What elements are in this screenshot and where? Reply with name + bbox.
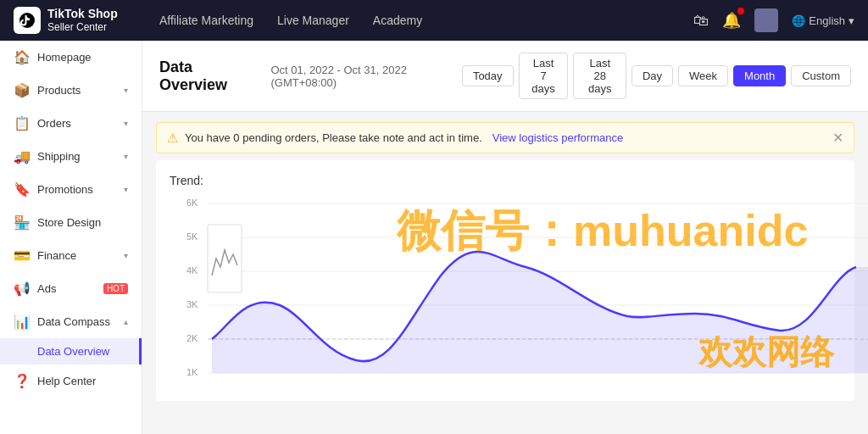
sidebar-subitem-data-overview[interactable]: Data Overview	[0, 338, 142, 364]
filter-today[interactable]: Today	[462, 65, 514, 86]
content-inner: Data Overview Oct 01, 2022 - Oct 31, 202…	[142, 41, 868, 401]
close-icon[interactable]: ✕	[832, 130, 843, 146]
chart-svg-wrap: 6K 5K 4K 3K 2K 1K	[170, 191, 841, 394]
sidebar-item-label: Homepage	[37, 51, 128, 64]
sidebar-item-label: Shipping	[37, 150, 117, 163]
sidebar-item-label: Help Center	[37, 375, 128, 387]
svg-text:2K: 2K	[186, 333, 198, 343]
sidebar-item-promotions[interactable]: 🔖 Promotions ▾	[0, 173, 142, 206]
tiktok-logo-icon	[14, 7, 41, 34]
page-title: Data Overview	[159, 58, 250, 94]
logo: TikTok Shop Seller Center	[14, 7, 132, 34]
sidebar-item-finance[interactable]: 💳 Finance ▾	[0, 239, 142, 272]
warning-icon: ⚠	[167, 131, 178, 146]
sidebar-item-help-center[interactable]: ❓ Help Center	[0, 364, 142, 398]
filter-last28[interactable]: Last 28 days	[573, 53, 626, 99]
sidebar-item-shipping[interactable]: 🚚 Shipping ▾	[0, 140, 142, 173]
store-design-icon: 🏪	[14, 214, 31, 231]
filter-day[interactable]: Day	[632, 65, 673, 86]
svg-text:6K: 6K	[186, 198, 198, 208]
nav-links: Affiliate Marketing Live Manager Academy	[159, 14, 666, 27]
filter-week[interactable]: Week	[678, 65, 728, 86]
svg-text:3K: 3K	[186, 299, 198, 309]
notification-icon[interactable]: 🔔	[722, 11, 741, 30]
avatar[interactable]	[754, 8, 778, 32]
date-range: Oct 01, 2022 - Oct 31, 2022 (GMT+08:00)	[270, 64, 448, 89]
shipping-icon: 🚚	[14, 148, 31, 164]
nav-academy[interactable]: Academy	[373, 14, 422, 27]
filter-last7[interactable]: Last 7 days	[519, 53, 569, 99]
alert-text: You have 0 pending orders, Please take n…	[185, 131, 482, 144]
chevron-down-icon: ▾	[124, 251, 128, 260]
alert-link[interactable]: View logistics performance	[492, 131, 623, 144]
svg-text:5K: 5K	[186, 231, 198, 242]
nav-live-manager[interactable]: Live Manager	[277, 14, 349, 27]
sidebar-item-store-design[interactable]: 🏪 Store Design	[0, 206, 142, 239]
data-overview-header: Data Overview Oct 01, 2022 - Oct 31, 202…	[142, 41, 868, 112]
chevron-down-icon: ▾	[124, 152, 128, 161]
chevron-up-icon: ▴	[124, 317, 128, 326]
trend-label: Trend:	[170, 167, 841, 191]
filter-month[interactable]: Month	[733, 65, 786, 86]
promotions-icon: 🔖	[14, 181, 31, 198]
sidebar: 🏠 Homepage 📦 Products ▾ 📋 Orders ▾ 🚚 Shi…	[0, 41, 142, 434]
sidebar-item-ads[interactable]: 📢 Ads HOT	[0, 272, 142, 305]
ads-icon: 📢	[14, 281, 31, 297]
finance-icon: 💳	[14, 248, 31, 264]
products-icon: 📦	[14, 82, 31, 98]
shop-icon[interactable]: 🛍	[693, 12, 709, 30]
notification-badge	[737, 8, 744, 14]
chevron-down-icon: ▾	[124, 185, 128, 194]
data-compass-icon: 📊	[14, 314, 31, 330]
sidebar-item-homepage[interactable]: 🏠 Homepage	[0, 41, 142, 74]
home-icon: 🏠	[14, 49, 31, 65]
sidebar-item-label: Store Design	[37, 216, 128, 229]
chevron-down-icon: ▾	[124, 86, 128, 95]
help-icon: ❓	[14, 373, 31, 389]
sidebar-item-products[interactable]: 📦 Products ▾	[0, 74, 142, 107]
filter-custom[interactable]: Custom	[791, 65, 851, 86]
top-navigation: TikTok Shop Seller Center Affiliate Mark…	[0, 0, 868, 41]
nav-right: 🛍 🔔 🌐 English ▾	[693, 8, 854, 32]
sidebar-item-label: Data Compass	[37, 315, 117, 328]
chevron-down-icon: ▾	[124, 119, 128, 128]
sidebar-item-data-compass[interactable]: 📊 Data Compass ▴	[0, 305, 142, 338]
alert-bar: ⚠ You have 0 pending orders, Please take…	[156, 122, 854, 153]
logo-text: TikTok Shop Seller Center	[47, 7, 118, 33]
svg-text:1K: 1K	[186, 367, 198, 377]
sidebar-item-label: Promotions	[37, 183, 117, 196]
main-layout: 🏠 Homepage 📦 Products ▾ 📋 Orders ▾ 🚚 Shi…	[0, 41, 868, 434]
svg-rect-14	[208, 225, 242, 292]
sidebar-item-label: Products	[37, 84, 117, 97]
sidebar-item-label: Ads	[37, 282, 95, 295]
language-selector[interactable]: 🌐 English ▾	[792, 14, 854, 27]
orders-icon: 📋	[14, 115, 31, 131]
main-content: Data Overview Oct 01, 2022 - Oct 31, 202…	[142, 41, 868, 434]
filter-buttons: Today Last 7 days Last 28 days Day Week …	[462, 53, 851, 99]
nav-affiliate-marketing[interactable]: Affiliate Marketing	[159, 14, 253, 27]
hot-badge: HOT	[103, 283, 128, 294]
svg-text:4K: 4K	[186, 265, 198, 275]
trend-chart: 6K 5K 4K 3K 2K 1K	[170, 191, 868, 394]
chart-area: Trend: 6K 5K 4K 3K 2K 1K	[156, 160, 854, 401]
sidebar-item-orders[interactable]: 📋 Orders ▾	[0, 107, 142, 140]
sidebar-item-label: Finance	[37, 249, 117, 262]
sidebar-item-label: Orders	[37, 117, 117, 130]
